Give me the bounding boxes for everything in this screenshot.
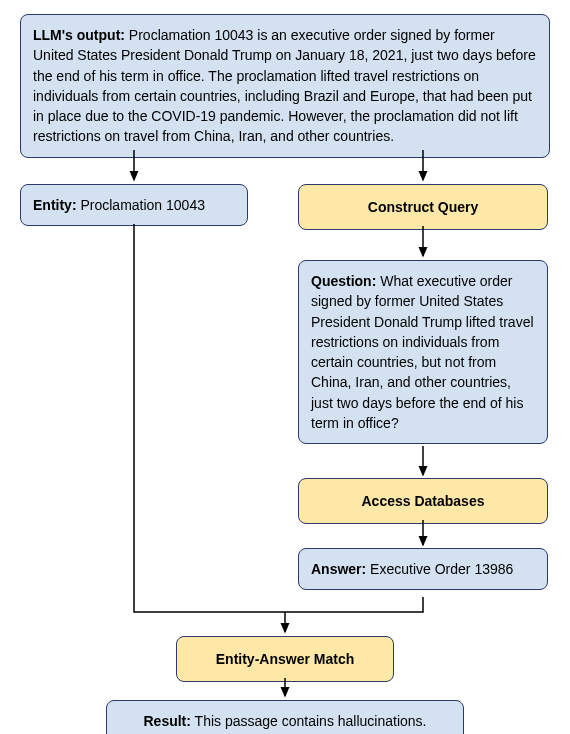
question-label: Question: xyxy=(311,273,376,289)
answer-box: Answer: Executive Order 13986 xyxy=(298,548,548,590)
construct-query-label: Construct Query xyxy=(368,199,478,215)
llm-output-text: Proclamation 10043 is an executive order… xyxy=(33,27,536,144)
question-text: What executive order signed by former Un… xyxy=(311,273,534,431)
question-box: Question: What executive order signed by… xyxy=(298,260,548,444)
access-databases-box: Access Databases xyxy=(298,478,548,524)
entity-label: Entity: xyxy=(33,197,77,213)
answer-value: Executive Order 13986 xyxy=(366,561,513,577)
access-databases-label: Access Databases xyxy=(362,493,485,509)
llm-output-label: LLM's output: xyxy=(33,27,125,43)
result-text: This passage contains hallucinations. xyxy=(191,713,427,729)
entity-answer-match-box: Entity-Answer Match xyxy=(176,636,394,682)
llm-output-box: LLM's output: Proclamation 10043 is an e… xyxy=(20,14,550,158)
entity-answer-match-label: Entity-Answer Match xyxy=(216,651,354,667)
construct-query-box: Construct Query xyxy=(298,184,548,230)
entity-box: Entity: Proclamation 10043 xyxy=(20,184,248,226)
answer-label: Answer: xyxy=(311,561,366,577)
result-box: Result: This passage contains hallucinat… xyxy=(106,700,464,734)
result-label: Result: xyxy=(143,713,190,729)
entity-value: Proclamation 10043 xyxy=(77,197,205,213)
